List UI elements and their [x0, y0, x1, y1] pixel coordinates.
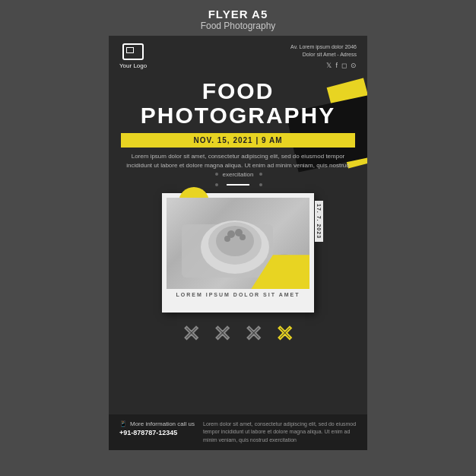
facebook-icon: f [335, 61, 338, 71]
phone-number: +91-878787-12345 [119, 429, 177, 436]
flyer-card: Your Logo Av. Lorem ipsum dolor 2046 Dol… [109, 36, 367, 450]
divider-line [227, 184, 249, 186]
header-flyer-type: FLYER A5 [0, 8, 476, 21]
x-mark-yellow: ✕ [276, 323, 294, 344]
photo-section: 2023 PHOTOGRAPHY [109, 193, 367, 313]
address-block: Av. Lorem ipsum dolor 2046 Dolor sit Ame… [290, 43, 357, 70]
social-icons: 𝕏 f ◻ ⊙ [290, 61, 357, 71]
page-header: FLYER A5 Food Photography [0, 0, 476, 36]
svg-point-7 [224, 236, 230, 242]
bottom-description: Lorem dolor sit amet, consectetur adipis… [203, 420, 357, 445]
polaroid-frame: 2023 PHOTOGRAPHY [162, 193, 314, 313]
description-text: Lorem ipsum dolor sit amet, consectetur … [109, 148, 367, 179]
logo-label: Your Logo [119, 62, 147, 69]
location-icon: ⊙ [351, 61, 357, 71]
svg-point-3 [216, 226, 254, 256]
x-mark-1: ✕ [182, 323, 200, 344]
polaroid-image [167, 198, 309, 289]
phone-icon-row: 📱 More information call us [119, 420, 195, 427]
main-title-line1: FOOD PHOTOGRAPHY [121, 79, 355, 127]
polaroid-caption: LOREM IPSUM DOLOR SIT AMET [167, 292, 309, 297]
svg-point-6 [240, 234, 246, 240]
flyer-top-bar: Your Logo Av. Lorem ipsum dolor 2046 Dol… [109, 36, 367, 73]
address-line2: Dolor sit Amet - Adress [290, 51, 357, 59]
date-bar: NOV. 15, 2021 | 9 AM [121, 133, 355, 148]
phone-info-label: More information call us [130, 420, 195, 427]
header-subtitle: Food Photography [0, 21, 476, 31]
logo-box: Your Logo [119, 43, 147, 69]
main-title-section: FOOD PHOTOGRAPHY [109, 73, 367, 127]
twitter-icon: 𝕏 [326, 61, 332, 71]
address-line1: Av. Lorem ipsum dolor 2046 [290, 43, 357, 51]
instagram-icon: ◻ [341, 61, 347, 71]
phone-block: 📱 More information call us +91-878787-12… [119, 420, 195, 436]
date-stamp: 17. 7. 2023 [315, 201, 323, 242]
flyer-bottom: 📱 More information call us +91-878787-12… [109, 414, 367, 451]
logo-icon [122, 43, 144, 60]
x-mark-2: ✕ [214, 323, 231, 344]
x-mark-3: ✕ [245, 323, 262, 344]
x-marks-section: ✕ ✕ ✕ ✕ [109, 313, 367, 351]
dot-r2 [259, 183, 262, 186]
phone-icon: 📱 [119, 420, 127, 427]
dot-2 [215, 183, 218, 186]
